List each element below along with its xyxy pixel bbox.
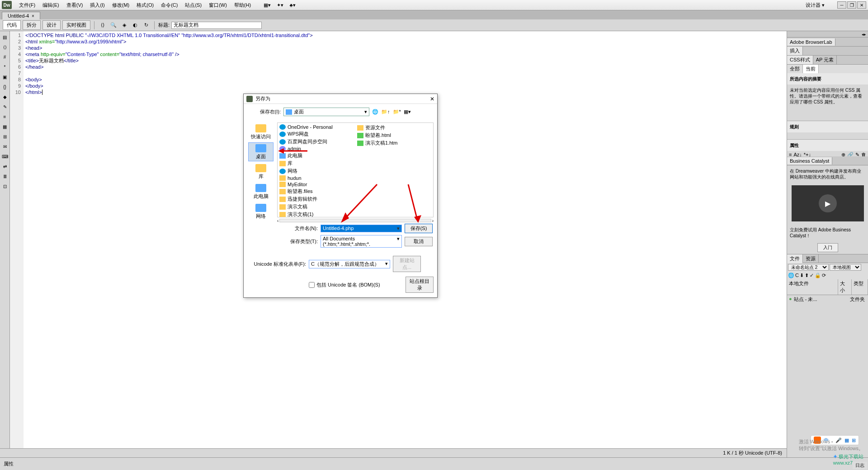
live-code-icon[interactable]: ⟨⟩ bbox=[98, 21, 107, 30]
file-item[interactable]: 演示文稿 bbox=[278, 203, 354, 211]
browserlab-tab[interactable]: Adobe BrowserLab bbox=[787, 38, 835, 46]
file-item[interactable]: admin bbox=[278, 146, 354, 152]
menu-file[interactable]: 文件(F) bbox=[15, 1, 39, 9]
layout-icon[interactable]: ▦▾ bbox=[264, 1, 271, 9]
col-type[interactable]: 类型 bbox=[852, 279, 868, 295]
tool-icon[interactable]: * bbox=[1, 63, 9, 71]
tool-icon[interactable]: ≡ bbox=[1, 113, 9, 121]
file-item[interactable]: 演示文稿1.htm bbox=[356, 139, 432, 147]
files-tool-icon[interactable]: ✓ bbox=[810, 273, 814, 278]
title-input[interactable] bbox=[171, 22, 262, 29]
col-size[interactable]: 大小 bbox=[838, 279, 852, 295]
tool-icon[interactable]: # bbox=[1, 53, 9, 61]
bc-start-button[interactable]: 入门 bbox=[817, 243, 838, 252]
tool-icon[interactable]: ⟨⟩ bbox=[1, 43, 9, 51]
tool-icon[interactable]: {} bbox=[1, 83, 9, 91]
files-tool-icon[interactable]: ⬆ bbox=[805, 273, 809, 278]
file-item[interactable]: hudun bbox=[278, 175, 354, 181]
scrollbar[interactable] bbox=[279, 219, 431, 222]
live-view-button[interactable]: 实时视图 bbox=[62, 20, 90, 30]
place-network[interactable]: 网络 bbox=[248, 202, 274, 221]
tab-close-icon[interactable]: × bbox=[32, 14, 34, 19]
prop-icon[interactable]: ⊕ bbox=[841, 152, 845, 155]
code-view-button[interactable]: 代码 bbox=[3, 20, 21, 30]
tool-icon[interactable]: ⊡ bbox=[1, 182, 9, 190]
business-catalyst-tab[interactable]: Business Catalyst bbox=[787, 157, 832, 164]
extend-icon[interactable]: ✦▾ bbox=[276, 1, 283, 9]
prop-icon[interactable]: *+↓ bbox=[804, 152, 811, 155]
tool-icon[interactable]: ≣ bbox=[1, 172, 9, 180]
file-item[interactable]: 资源文件 bbox=[356, 124, 432, 132]
css-all-button[interactable]: 全部 bbox=[787, 65, 803, 73]
files-tool-icon[interactable]: 🔒 bbox=[815, 273, 821, 278]
file-item[interactable]: 迅捷剪辑软件 bbox=[278, 195, 354, 203]
close-button[interactable]: ✕ bbox=[857, 1, 866, 9]
tool-icon[interactable]: ✎ bbox=[1, 103, 9, 111]
prop-icon[interactable]: ✎ bbox=[855, 152, 859, 155]
file-item[interactable]: 网络 bbox=[278, 167, 354, 175]
menu-insert[interactable]: 插入(I) bbox=[86, 1, 108, 9]
filetype-combo[interactable]: All Documents (*.htm;*.html;*.shtm;*.▾ bbox=[321, 235, 402, 248]
tool-icon[interactable]: ⌨ bbox=[1, 152, 9, 160]
unicode-combo[interactable]: C（规范分解，后跟规范合成）▾ bbox=[309, 260, 390, 268]
file-item[interactable]: WPS网盘 bbox=[278, 130, 354, 138]
col-local[interactable]: 本地文件 bbox=[787, 279, 838, 295]
panel-collapse-icon[interactable]: ◂▸ bbox=[787, 31, 868, 38]
file-item[interactable]: 盼望着.html bbox=[356, 132, 432, 139]
files-tool-icon[interactable]: 🌐 bbox=[788, 273, 794, 278]
file-item[interactable]: 库 bbox=[278, 160, 354, 167]
prop-icon[interactable]: Az↓ bbox=[793, 152, 802, 155]
file-list[interactable]: OneDrive - PersonalWPS网盘百度网盘同步空间admin此电脑… bbox=[277, 122, 434, 217]
ap-elements-tab[interactable]: AP 元素 bbox=[813, 56, 837, 64]
bom-checkbox[interactable]: 包括 Unicode 签名 (BOM)(S) bbox=[309, 282, 403, 288]
tool-icon[interactable]: ▦ bbox=[1, 122, 9, 131]
site-select[interactable]: 未命名站点 2 bbox=[788, 264, 829, 271]
bc-video-thumb[interactable]: ▶ bbox=[792, 185, 864, 221]
menu-modify[interactable]: 修改(M) bbox=[108, 1, 133, 9]
menu-edit[interactable]: 编辑(E) bbox=[39, 1, 63, 9]
files-tool-icon[interactable]: C bbox=[795, 273, 799, 278]
view-menu-icon[interactable]: ▦▾ bbox=[404, 109, 411, 115]
css-styles-tab[interactable]: CSS样式 bbox=[787, 56, 813, 64]
file-row[interactable]: ● 站点 - 未... 文件夹 bbox=[787, 295, 868, 304]
prop-icon[interactable]: ≡ bbox=[789, 152, 792, 155]
tool-icon[interactable]: ▣ bbox=[1, 73, 9, 81]
menu-format[interactable]: 格式(O) bbox=[133, 1, 157, 9]
file-item[interactable]: 此电脑 bbox=[278, 152, 354, 160]
minimize-button[interactable]: ─ bbox=[837, 1, 846, 9]
place-this-pc[interactable]: 此电脑 bbox=[248, 182, 274, 201]
place-library[interactable]: 库 bbox=[248, 162, 274, 181]
save-button[interactable]: 保存(S) bbox=[405, 224, 433, 233]
css-current-button[interactable]: 当前 bbox=[803, 65, 819, 73]
prop-icon[interactable]: 🔗 bbox=[847, 152, 854, 155]
files-tab[interactable]: 文件 bbox=[787, 254, 803, 263]
inspect-icon[interactable]: 🔍 bbox=[109, 21, 118, 30]
design-view-button[interactable]: 设计 bbox=[42, 20, 61, 30]
restore-button[interactable]: ❐ bbox=[847, 1, 856, 9]
back-icon[interactable]: 🌐 bbox=[372, 109, 378, 115]
menu-help[interactable]: 帮助(H) bbox=[231, 1, 255, 9]
workspace-switcher[interactable]: 设计器 ▾ bbox=[802, 1, 828, 9]
siteroot-button[interactable]: 站点根目录 bbox=[406, 277, 434, 293]
cancel-button[interactable]: 取消 bbox=[405, 237, 433, 246]
log-button[interactable]: 日志 bbox=[853, 462, 867, 469]
menu-commands[interactable]: 命令(C) bbox=[157, 1, 181, 9]
place-desktop[interactable]: 桌面 bbox=[248, 142, 274, 161]
location-combo[interactable]: 桌面▾ bbox=[283, 108, 369, 116]
new-folder-icon[interactable]: 📁* bbox=[393, 109, 401, 115]
tool-icon[interactable]: ◆ bbox=[1, 93, 9, 101]
menu-window[interactable]: 窗口(W) bbox=[205, 1, 231, 9]
check-icon[interactable]: ◈ bbox=[120, 21, 129, 30]
insert-tab[interactable]: 插入 bbox=[787, 47, 803, 55]
filename-input[interactable]: Untitled-4.php▾ bbox=[321, 225, 402, 232]
prop-icon[interactable]: 🗑 bbox=[861, 152, 866, 155]
menu-view[interactable]: 查看(V) bbox=[63, 1, 87, 9]
refresh-icon[interactable]: ↻ bbox=[142, 21, 151, 30]
tool-icon[interactable]: ▤ bbox=[1, 33, 9, 41]
place-quick-access[interactable]: 快速访问 bbox=[248, 122, 274, 141]
tool-icon[interactable]: ✉ bbox=[1, 142, 9, 150]
tool-icon[interactable]: ⊞ bbox=[1, 132, 9, 141]
file-item[interactable]: 百度网盘同步空间 bbox=[278, 138, 354, 146]
up-icon[interactable]: 📁↑ bbox=[381, 109, 390, 115]
view-select[interactable]: 本地视图 bbox=[830, 264, 861, 271]
